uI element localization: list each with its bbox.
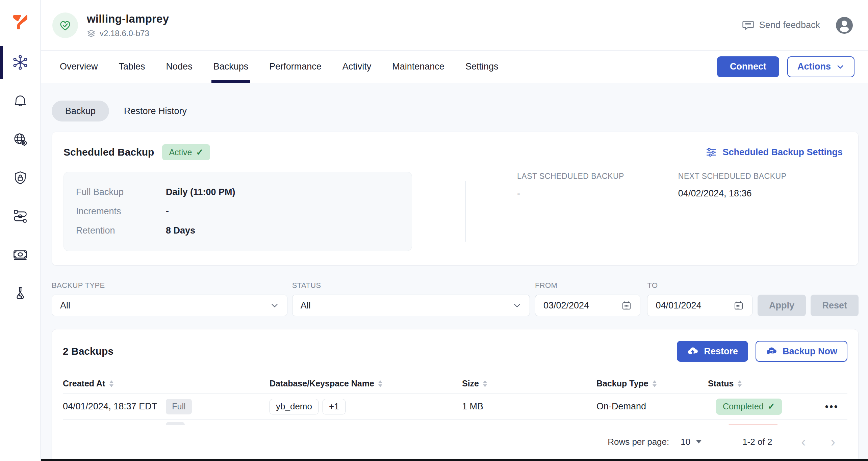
subtab-backup[interactable]: Backup xyxy=(52,101,109,121)
previous-page-button[interactable]: ‹ xyxy=(801,435,806,449)
send-feedback-button[interactable]: Send feedback xyxy=(742,19,820,32)
backup-type-filter-label: BACKUP TYPE xyxy=(52,281,287,290)
chevron-down-icon xyxy=(270,301,279,310)
backups-table: Created At Database/Keyspace Name Size B… xyxy=(63,374,847,454)
user-avatar[interactable] xyxy=(836,17,853,34)
partial-kind-badge xyxy=(166,422,185,425)
last-scheduled-backup-label: LAST SCHEDULED BACKUP xyxy=(517,172,624,181)
sort-icon xyxy=(109,380,114,387)
sliders-icon xyxy=(706,146,717,158)
layers-icon xyxy=(87,29,96,38)
schedule-detail-box: Full Backup Daily (11:00 PM) Increments … xyxy=(63,172,412,251)
increments-label: Increments xyxy=(76,206,166,217)
flask-icon xyxy=(12,286,28,301)
chevron-down-icon xyxy=(513,301,521,310)
active-status-badge: Active ✓ xyxy=(162,144,210,160)
actions-button[interactable]: Actions xyxy=(787,56,854,77)
backup-type-select[interactable]: All xyxy=(52,295,287,316)
next-scheduled-backup-value: 04/02/2024, 18:36 xyxy=(678,188,787,199)
tab-performance[interactable]: Performance xyxy=(269,51,322,83)
table-row[interactable]: 04/01/2024, 18:37 EDT Full yb_demo +1 1 … xyxy=(63,394,847,420)
cluster-hub-icon xyxy=(12,54,29,71)
backup-size: 1 MB xyxy=(462,401,596,412)
tab-backups[interactable]: Backups xyxy=(213,51,249,83)
subtab-restore-history[interactable]: Restore History xyxy=(124,106,187,116)
status-badge: Completed ✓ xyxy=(716,399,782,415)
scheduled-backup-card: Scheduled Backup Active ✓ Scheduled Back… xyxy=(52,132,859,266)
chevron-down-icon xyxy=(836,63,844,71)
sort-icon xyxy=(652,380,657,387)
check-icon: ✓ xyxy=(196,147,204,158)
calendar-icon xyxy=(733,300,744,311)
sidebar-item-cloud-config[interactable] xyxy=(0,132,41,147)
money-icon xyxy=(12,247,28,263)
sidebar-item-automation[interactable] xyxy=(0,209,41,224)
sort-icon xyxy=(737,380,742,387)
last-scheduled-backup-value: - xyxy=(517,188,624,199)
to-date-input[interactable]: 04/01/2024 xyxy=(647,295,752,316)
sidebar-item-alerts[interactable] xyxy=(0,93,41,109)
vertical-divider xyxy=(465,181,466,242)
tab-settings[interactable]: Settings xyxy=(465,51,499,83)
sort-icon xyxy=(378,380,383,387)
rows-per-page-label: Rows per page: xyxy=(608,437,669,447)
cloud-sync-icon xyxy=(766,346,777,357)
row-menu-button[interactable]: ••• xyxy=(825,401,839,412)
globe-gear-icon xyxy=(12,131,28,147)
page-title: willing-lamprey xyxy=(87,12,169,25)
next-scheduled-backup-label: NEXT SCHEDULED BACKUP xyxy=(678,172,787,181)
sidebar-item-billing[interactable] xyxy=(0,247,41,263)
retention-label: Retention xyxy=(76,225,166,236)
pagination-range: 1-2 of 2 xyxy=(742,437,772,447)
from-date-input[interactable]: 03/02/2024 xyxy=(535,295,640,316)
status-select[interactable]: All xyxy=(292,295,530,316)
retention-value: 8 Days xyxy=(166,225,195,236)
backup-now-button[interactable]: Backup Now xyxy=(756,341,847,362)
version-label: v2.18.6.0-b73 xyxy=(100,29,149,38)
tab-overview[interactable]: Overview xyxy=(60,51,98,83)
from-filter-label: FROM xyxy=(535,281,640,290)
column-created-at[interactable]: Created At xyxy=(63,379,270,388)
yugabyte-logo-icon[interactable] xyxy=(11,9,30,35)
check-icon: ✓ xyxy=(768,401,775,412)
bell-icon xyxy=(12,93,28,109)
rows-per-page-select[interactable]: 10 xyxy=(681,437,702,447)
tab-activity[interactable]: Activity xyxy=(342,51,372,83)
restore-button[interactable]: Restore xyxy=(677,341,748,362)
backup-filters: BACKUP TYPE All STATUS All FROM 03/02/20… xyxy=(52,281,859,316)
to-filter-label: TO xyxy=(647,281,752,290)
scheduled-backup-title: Scheduled Backup xyxy=(63,146,154,158)
next-page-button[interactable]: › xyxy=(831,435,835,449)
keyspace-more-chip[interactable]: +1 xyxy=(323,399,346,414)
calendar-icon xyxy=(621,300,632,311)
reset-button[interactable]: Reset xyxy=(811,295,859,316)
caret-down-icon xyxy=(696,440,702,444)
table-pagination: Rows per page: 10 1-2 of 2 ‹ › xyxy=(63,429,847,454)
workflow-icon xyxy=(12,208,28,224)
apply-button[interactable]: Apply xyxy=(758,295,806,316)
shield-lock-icon xyxy=(12,170,28,186)
column-size[interactable]: Size xyxy=(462,379,596,388)
connect-button[interactable]: Connect xyxy=(717,56,779,77)
column-database-keyspace[interactable]: Database/Keyspace Name xyxy=(270,379,462,388)
keyspace-chip[interactable]: yb_demo xyxy=(270,399,318,414)
sidebar-item-labs[interactable] xyxy=(0,286,41,301)
column-status[interactable]: Status xyxy=(708,379,823,388)
tab-maintenance[interactable]: Maintenance xyxy=(392,51,444,83)
scheduled-backup-settings-link[interactable]: Scheduled Backup Settings xyxy=(706,146,843,158)
tab-nodes[interactable]: Nodes xyxy=(166,51,193,83)
tab-tables[interactable]: Tables xyxy=(119,51,145,83)
full-backup-label: Full Backup xyxy=(76,187,166,197)
backup-subtabs: Backup Restore History xyxy=(52,101,859,121)
cluster-header: willing-lamprey v2.18.6.0-b73 Send feedb… xyxy=(41,0,868,51)
sidebar-item-security[interactable] xyxy=(0,170,41,186)
column-backup-type[interactable]: Backup Type xyxy=(596,379,708,388)
backup-created-at: 04/01/2024, 18:37 EDT xyxy=(63,401,157,412)
sidebar-item-clusters[interactable] xyxy=(0,55,41,70)
backup-type-value: On-Demand xyxy=(596,401,708,412)
comment-icon xyxy=(742,19,755,32)
backup-kind-badge: Full xyxy=(166,399,192,414)
status-filter-label: STATUS xyxy=(292,281,530,290)
backups-list-card: 2 Backups Restore Back xyxy=(52,329,859,461)
table-row-partial xyxy=(63,420,847,425)
